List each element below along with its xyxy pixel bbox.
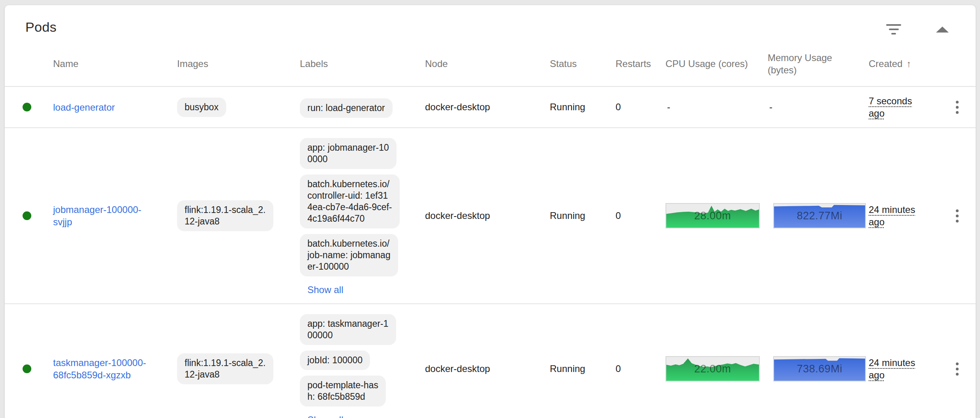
memory-sparkline-chart: 822.77Mi — [773, 203, 866, 228]
pod-labels-cell: run: load-generator — [300, 87, 425, 127]
pod-name-link[interactable]: load-generator — [53, 101, 115, 113]
chevron-up-icon — [936, 27, 949, 33]
pod-status-text: Running — [550, 363, 616, 374]
header-restarts: Restarts — [616, 58, 665, 69]
row-actions-cell — [952, 359, 963, 380]
memory-usage-cell: 822.77Mi — [768, 203, 869, 228]
pod-node-cell: docker-desktop — [425, 363, 550, 374]
table-header-row: Name Images Labels Node Status Restarts … — [5, 36, 976, 87]
show-all-labels-link[interactable]: Show all — [307, 414, 343, 418]
pod-restarts-cell: 0 — [616, 102, 665, 113]
label-chip: app: jobmanager-10 0000 — [300, 138, 397, 169]
row-actions-cell — [952, 97, 963, 118]
label-chip: run: load-generator — [300, 98, 393, 118]
header-name[interactable]: Name — [53, 58, 177, 69]
pod-node-cell: docker-desktop — [425, 210, 550, 221]
card-header: Pods — [5, 5, 976, 36]
pod-images-cell: flink:1.19.1-scala_2. 12-java8 — [177, 200, 300, 231]
header-created-label: Created — [869, 58, 902, 69]
header-node: Node — [425, 58, 550, 69]
cpu-usage-cell: 22.00m — [665, 356, 768, 382]
image-chip: flink:1.19.1-scala_2. 12-java8 — [177, 200, 273, 231]
pod-name-link[interactable]: jobmanager-100000- svjjp — [53, 203, 141, 228]
memory-sparkline-chart: 738.69Mi — [773, 356, 866, 382]
pod-status-cell — [5, 364, 53, 373]
label-chip: batch.kubernetes.io/ job-name: jobmanag … — [300, 234, 398, 276]
table-row: jobmanager-100000- svjjp flink:1.19.1-sc… — [5, 128, 976, 304]
header-images: Images — [177, 58, 300, 69]
table-row: load-generator busybox run: load-generat… — [5, 87, 976, 128]
header-memory-usage: Memory Usage (bytes) — [768, 52, 869, 76]
pod-labels-cell: app: jobmanager-10 0000 batch.kubernetes… — [300, 128, 425, 303]
cpu-usage-cell: 28.00m — [665, 203, 768, 228]
pod-restarts-cell: 0 — [616, 210, 665, 221]
header-created[interactable]: Created ↑ — [869, 58, 939, 69]
memory-usage-cell: - — [768, 102, 869, 113]
pod-node-cell: docker-desktop — [425, 102, 550, 113]
pod-labels-cell: app: taskmanager-1 00000 jobId: 100000 p… — [300, 304, 425, 418]
collapse-button[interactable] — [934, 25, 950, 34]
created-cell: 24 minutes ago — [869, 203, 939, 228]
label-chip: pod-template-has h: 68fc5b859d — [300, 376, 386, 406]
label-chip: app: taskmanager-1 00000 — [300, 314, 396, 345]
label-chip: jobId: 100000 — [300, 351, 370, 370]
created-cell: 7 seconds ago — [869, 95, 939, 119]
row-menu-button[interactable] — [952, 359, 963, 380]
cpu-sparkline-chart: 28.00m — [665, 203, 760, 228]
image-chip: flink:1.19.1-scala_2. 12-java8 — [177, 353, 273, 384]
cpu-usage-value: 22.00m — [666, 357, 759, 381]
pod-images-cell: busybox — [177, 98, 300, 117]
filter-button[interactable] — [885, 23, 903, 36]
row-menu-button[interactable] — [952, 97, 963, 118]
pod-status-text: Running — [550, 102, 616, 113]
relative-time: 24 minutes ago — [869, 204, 915, 227]
image-chip: busybox — [177, 98, 226, 117]
table-row: taskmanager-100000- 68fc5b859d-xgzxb fli… — [5, 304, 976, 418]
cpu-usage-value: 28.00m — [666, 204, 759, 228]
pod-name-cell: jobmanager-100000- svjjp — [53, 203, 177, 228]
sort-ascending-icon: ↑ — [906, 58, 911, 69]
cpu-usage-cell: - — [665, 102, 768, 113]
show-all-labels-link[interactable]: Show all — [307, 284, 343, 295]
pod-name-cell: taskmanager-100000- 68fc5b859d-xgzxb — [53, 357, 177, 381]
card-actions — [885, 23, 950, 36]
header-cpu-usage: CPU Usage (cores) — [665, 58, 768, 69]
memory-usage-value: 822.77Mi — [774, 204, 865, 228]
cpu-usage-value: - — [665, 102, 670, 112]
pod-status-text: Running — [550, 210, 616, 221]
pod-images-cell: flink:1.19.1-scala_2. 12-java8 — [177, 353, 300, 384]
pod-name-cell: load-generator — [53, 101, 177, 113]
pod-status-cell — [5, 211, 53, 220]
header-labels: Labels — [300, 58, 425, 69]
card-title: Pods — [25, 19, 57, 35]
pod-name-link[interactable]: taskmanager-100000- 68fc5b859d-xgzxb — [53, 357, 146, 381]
memory-usage-cell: 738.69Mi — [768, 356, 869, 382]
status-running-icon — [23, 364, 31, 373]
cpu-sparkline-chart: 22.00m — [665, 356, 760, 382]
header-status: Status — [550, 58, 616, 69]
memory-usage-value: - — [768, 102, 772, 112]
memory-usage-value: 738.69Mi — [774, 357, 865, 381]
status-running-icon — [23, 211, 31, 220]
label-chip: batch.kubernetes.io/ controller-uid: 1ef… — [300, 174, 400, 228]
row-menu-button[interactable] — [952, 205, 963, 226]
created-cell: 24 minutes ago — [869, 357, 939, 381]
pods-card: Pods Name Images Labels Node Status Rest… — [5, 5, 976, 418]
pod-restarts-cell: 0 — [616, 363, 665, 374]
filter-list-icon — [886, 24, 901, 35]
relative-time: 24 minutes ago — [869, 357, 915, 380]
status-running-icon — [23, 103, 31, 111]
relative-time: 7 seconds ago — [869, 96, 912, 119]
row-actions-cell — [952, 205, 963, 226]
pod-status-cell — [5, 103, 53, 111]
